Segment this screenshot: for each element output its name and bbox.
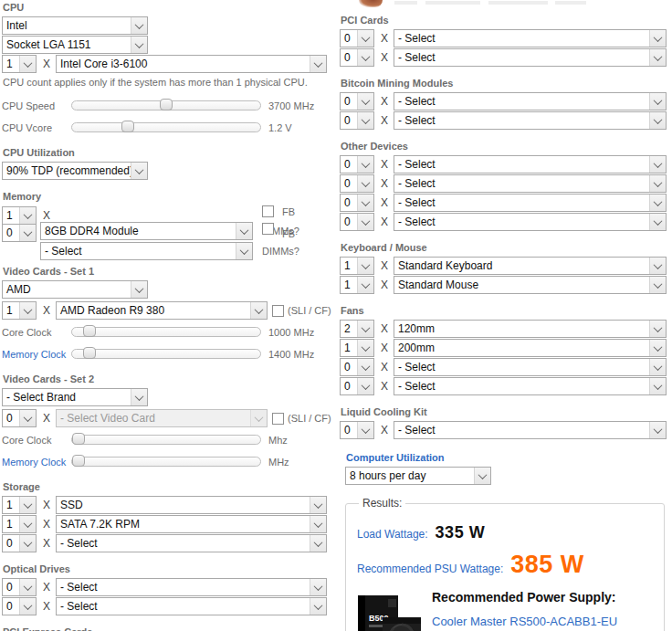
count-select[interactable]: 0	[340, 111, 374, 130]
dropdown-button[interactable]	[649, 112, 666, 129]
count-select[interactable]: 0	[340, 48, 374, 67]
device-select[interactable]: - Select	[56, 597, 327, 615]
count-select[interactable]: 0	[340, 174, 374, 193]
device-select[interactable]: - Select	[394, 48, 667, 67]
slider-thumb[interactable]	[72, 433, 85, 445]
count-select[interactable]: 0	[340, 194, 374, 212]
dropdown-button[interactable]	[357, 258, 373, 274]
dropdown-button[interactable]	[19, 497, 36, 513]
count-select[interactable]: 0	[340, 377, 374, 395]
count-select[interactable]: 1	[340, 276, 374, 294]
video2-memory-clock-slider[interactable]	[71, 457, 261, 467]
dropdown-button[interactable]	[250, 302, 267, 319]
dropdown-button[interactable]	[19, 56, 36, 72]
device-select[interactable]: - Select	[56, 578, 327, 596]
count-select[interactable]: 1	[340, 339, 374, 357]
dropdown-button[interactable]	[649, 277, 666, 293]
count-select[interactable]: 0	[2, 597, 37, 615]
dropdown-button[interactable]	[357, 175, 373, 192]
video1-model-select[interactable]: AMD Radeon R9 380	[56, 301, 268, 320]
memory-module-select-1[interactable]: 8GB DDR4 Module	[40, 222, 253, 240]
dropdown-button[interactable]	[649, 175, 666, 192]
device-select[interactable]: SSD	[56, 496, 327, 514]
video1-count-select[interactable]: 1	[2, 301, 37, 320]
count-select[interactable]: 0	[340, 358, 374, 376]
dropdown-button[interactable]	[649, 422, 666, 438]
video2-memory-clock-link[interactable]: Memory Clock	[2, 457, 71, 468]
fb-dimms-checkbox-1[interactable]	[262, 205, 274, 217]
dropdown-button[interactable]	[357, 112, 373, 129]
cpu-model-select[interactable]: Intel Core i3-6100	[56, 55, 327, 73]
dropdown-button[interactable]	[236, 243, 252, 259]
device-select[interactable]: - Select	[394, 358, 667, 376]
dropdown-button[interactable]	[649, 195, 666, 211]
dropdown-button[interactable]	[19, 207, 36, 224]
video2-brand-select[interactable]: - Select Brand	[2, 388, 148, 406]
dropdown-button[interactable]	[357, 93, 373, 110]
slider-thumb[interactable]	[121, 121, 134, 132]
dropdown-button[interactable]	[310, 598, 326, 615]
device-select[interactable]: 200mm	[394, 339, 667, 357]
memory-module-select-2[interactable]: - Select	[40, 242, 253, 260]
dropdown-button[interactable]	[131, 163, 147, 179]
video2-model-select[interactable]: - Select Video Card	[56, 409, 268, 427]
slider-thumb[interactable]	[83, 325, 96, 337]
device-select[interactable]: - Select	[394, 174, 667, 193]
computer-utilization-select[interactable]: 8 hours per day	[345, 467, 491, 485]
cpu-count-select[interactable]: 1	[2, 55, 37, 73]
dropdown-button[interactable]	[649, 378, 666, 394]
device-select[interactable]: - Select	[394, 29, 667, 47]
dropdown-button[interactable]	[357, 321, 373, 337]
device-select[interactable]: Standard Keyboard	[394, 257, 667, 275]
device-select[interactable]: - Select	[394, 92, 667, 110]
dropdown-button[interactable]	[19, 579, 36, 595]
video2-sli-checkbox[interactable]	[272, 413, 284, 425]
video2-count-select[interactable]: 0	[2, 409, 37, 427]
device-select[interactable]: - Select	[394, 111, 667, 130]
fb-dimms-checkbox-2[interactable]	[262, 223, 274, 235]
count-select[interactable]: 1	[340, 257, 374, 275]
video1-memory-clock-slider[interactable]	[71, 349, 261, 359]
count-select[interactable]: 0	[340, 29, 374, 47]
count-select[interactable]: 1	[2, 496, 37, 514]
dropdown-button[interactable]	[310, 497, 326, 513]
dropdown-button[interactable]	[131, 37, 147, 53]
computer-utilization-link[interactable]: Computer Utilization	[346, 452, 667, 463]
video1-memory-clock-link[interactable]: Memory Clock	[2, 349, 71, 360]
dropdown-button[interactable]	[649, 30, 666, 47]
dropdown-button[interactable]	[131, 389, 147, 405]
video1-brand-select[interactable]: AMD	[2, 280, 148, 299]
device-select[interactable]: 120mm	[394, 320, 667, 338]
device-select[interactable]: SATA 7.2K RPM	[56, 515, 327, 533]
dropdown-button[interactable]	[357, 49, 373, 66]
count-select[interactable]: 0	[340, 421, 374, 439]
dropdown-button[interactable]	[19, 535, 36, 552]
dropdown-button[interactable]	[649, 258, 666, 274]
dropdown-button[interactable]	[310, 579, 326, 595]
dropdown-button[interactable]	[310, 56, 326, 72]
dropdown-button[interactable]	[649, 93, 666, 110]
device-select[interactable]: - Select	[394, 194, 667, 212]
cpu-socket-select[interactable]: Socket LGA 1151	[2, 36, 148, 54]
dropdown-button[interactable]	[649, 340, 666, 356]
dropdown-button[interactable]	[19, 516, 36, 532]
memory-count-select-2[interactable]: 0	[2, 224, 37, 242]
dropdown-button[interactable]	[649, 49, 666, 66]
dropdown-button[interactable]	[649, 359, 666, 375]
memory-count-select-1[interactable]: 1	[2, 206, 37, 225]
slider-thumb[interactable]	[72, 455, 85, 467]
dropdown-button[interactable]	[357, 156, 373, 173]
psu-product-link[interactable]: Cooler Master RS500-ACABB1-EU Alimentato…	[432, 614, 653, 631]
dropdown-button[interactable]	[19, 302, 36, 319]
video2-core-clock-slider[interactable]	[71, 435, 261, 445]
dropdown-button[interactable]	[649, 214, 666, 230]
dropdown-button[interactable]	[357, 214, 373, 230]
dropdown-button[interactable]	[357, 422, 373, 438]
dropdown-button[interactable]	[19, 410, 36, 426]
device-select[interactable]: - Select	[394, 421, 667, 439]
cpu-brand-select[interactable]: Intel	[2, 16, 148, 35]
device-select[interactable]: - Select	[394, 377, 667, 395]
count-select[interactable]: 0	[340, 155, 374, 174]
video1-core-clock-slider[interactable]	[71, 327, 261, 337]
cpu-speed-slider[interactable]	[71, 100, 261, 110]
